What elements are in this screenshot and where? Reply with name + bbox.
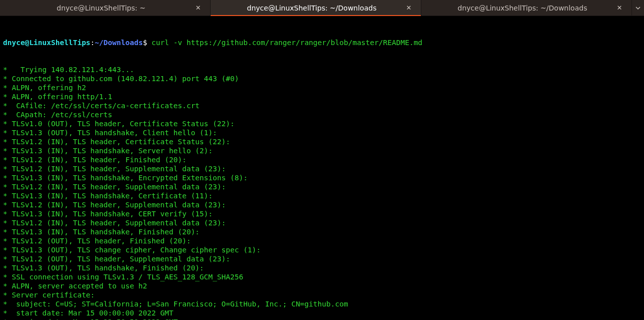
- output-line: * TLSv1.3 (IN), TLS handshake, Encrypted…: [3, 173, 641, 182]
- output-line: * subject: C=US; ST=California; L=San Fr…: [3, 299, 641, 308]
- command-text: curl -v https://github.com/ranger/ranger…: [152, 39, 422, 47]
- terminal-body[interactable]: dnyce@LinuxShellTips:~/Downloads$ curl -…: [0, 16, 644, 320]
- tab-1[interactable]: dnyce@LinuxShellTips: ~ ✕: [0, 0, 211, 16]
- output-line: * TLSv1.2 (IN), TLS header, Supplemental…: [3, 182, 641, 191]
- chevron-down-icon[interactable]: [632, 0, 644, 16]
- output-line: * expire date: Mar 15 23:59:59 2023 GMT: [3, 317, 641, 320]
- tab-2[interactable]: dnyce@LinuxShellTips: ~/Downloads ✕: [211, 0, 421, 16]
- output-line: * TLSv1.2 (IN), TLS header, Supplemental…: [3, 218, 641, 227]
- output-line: * start date: Mar 15 00:00:00 2022 GMT: [3, 308, 641, 317]
- output-line: * TLSv1.3 (IN), TLS handshake, Certifica…: [3, 191, 641, 200]
- output-line: * TLSv1.2 (IN), TLS header, Finished (20…: [3, 155, 641, 164]
- output-line: * ALPN, server accepted to use h2: [3, 281, 641, 290]
- prompt-symbol: $: [143, 39, 147, 47]
- tab-label: dnyce@LinuxShellTips: ~/Downloads: [429, 4, 615, 13]
- output-line: * Trying 140.82.121.4:443...: [3, 65, 641, 74]
- output-line: * TLSv1.3 (OUT), TLS change cipher, Chan…: [3, 245, 641, 254]
- tab-bar: dnyce@LinuxShellTips: ~ ✕ dnyce@LinuxShe…: [0, 0, 644, 16]
- output-line: * Server certificate:: [3, 290, 641, 299]
- output-line: * Connected to github.com (140.82.121.4)…: [3, 74, 641, 83]
- output-line: * TLSv1.2 (OUT), TLS header, Supplementa…: [3, 254, 641, 263]
- output-line: * TLSv1.2 (OUT), TLS header, Finished (2…: [3, 236, 641, 245]
- prompt-user: dnyce@LinuxShellTips: [3, 39, 91, 47]
- terminal-output: * Trying 140.82.121.4:443...* Connected …: [3, 65, 641, 320]
- output-line: * TLSv1.3 (IN), TLS handshake, Server he…: [3, 146, 641, 155]
- output-line: * TLSv1.2 (IN), TLS header, Supplemental…: [3, 164, 641, 173]
- output-line: * TLSv1.3 (OUT), TLS handshake, Finished…: [3, 263, 641, 272]
- output-line: * CApath: /etc/ssl/certs: [3, 110, 641, 119]
- output-line: * TLSv1.3 (OUT), TLS handshake, Client h…: [3, 128, 641, 137]
- output-line: * SSL connection using TLSv1.3 / TLS_AES…: [3, 272, 641, 281]
- prompt-line: dnyce@LinuxShellTips:~/Downloads$ curl -…: [3, 38, 641, 47]
- output-line: * TLSv1.3 (IN), TLS handshake, CERT veri…: [3, 209, 641, 218]
- close-icon[interactable]: ✕: [194, 4, 202, 12]
- close-icon[interactable]: ✕: [615, 4, 623, 12]
- tab-label: dnyce@LinuxShellTips: ~: [8, 4, 194, 13]
- tab-3[interactable]: dnyce@LinuxShellTips: ~/Downloads ✕: [421, 0, 632, 16]
- output-line: * TLSv1.3 (IN), TLS handshake, Finished …: [3, 227, 641, 236]
- output-line: * TLSv1.0 (OUT), TLS header, Certificate…: [3, 119, 641, 128]
- output-line: * ALPN, offering h2: [3, 83, 641, 92]
- output-line: * ALPN, offering http/1.1: [3, 92, 641, 101]
- output-line: * CAfile: /etc/ssl/certs/ca-certificates…: [3, 101, 641, 110]
- tab-label: dnyce@LinuxShellTips: ~/Downloads: [219, 4, 405, 13]
- output-line: * TLSv1.2 (IN), TLS header, Supplemental…: [3, 200, 641, 209]
- prompt-path: ~/Downloads: [95, 39, 143, 47]
- close-icon[interactable]: ✕: [405, 4, 413, 12]
- output-line: * TLSv1.2 (IN), TLS header, Certificate …: [3, 137, 641, 146]
